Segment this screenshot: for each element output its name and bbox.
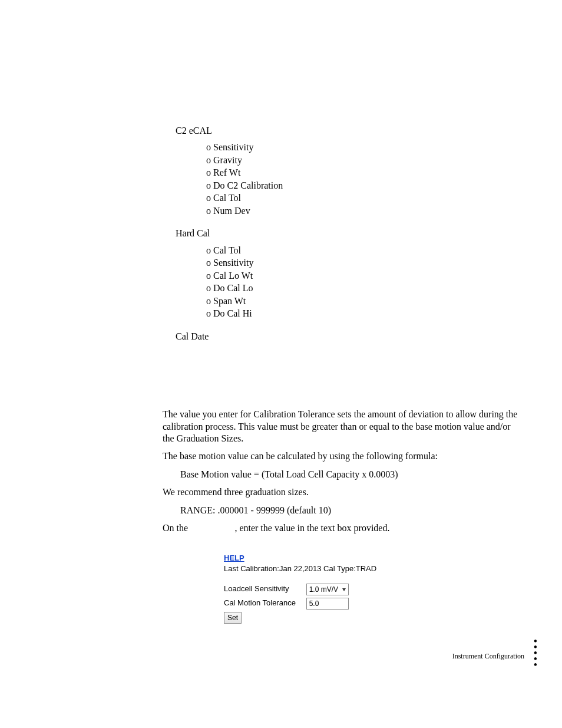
decorative-dots: ••••• xyxy=(534,639,537,668)
loadcell-sensitivity-select[interactable]: 1.0 mV/V xyxy=(306,584,349,595)
figure-cal-form: HELP Last Calibration:Jan 22,2013 Cal Ty… xyxy=(224,554,522,624)
section-hardcal-title: Hard Cal xyxy=(176,228,522,239)
list-c2ecal: Sensitivity Gravity Ref Wt Do C2 Calibra… xyxy=(206,141,522,217)
section-c2ecal-title: C2 eCAL xyxy=(176,125,522,137)
paragraph-base-motion-intro: The base motion value can be calculated … xyxy=(163,450,522,462)
footer-text: Instrument Configuration xyxy=(452,652,524,661)
paragraph-recommend: We recommend three graduation sizes. xyxy=(163,486,522,498)
list-item: Sensitivity xyxy=(206,257,522,269)
list-item: Cal Tol xyxy=(206,245,522,256)
chevron-down-icon xyxy=(342,588,346,591)
list-item: Cal Tol xyxy=(206,192,522,204)
range-text: RANGE: .000001 - 999999 (default 10) xyxy=(180,505,522,516)
list-item: Do Cal Hi xyxy=(206,308,522,319)
paragraph-tolerance-desc: The value you enter for Calibration Tole… xyxy=(163,409,522,444)
list-item: Ref Wt xyxy=(206,167,522,179)
help-link[interactable]: HELP xyxy=(224,554,244,564)
cal-motion-tolerance-input[interactable]: 5.0 xyxy=(306,598,349,610)
set-button[interactable]: Set xyxy=(224,612,242,624)
cal-date-line: Cal Date xyxy=(176,331,522,342)
list-item: Gravity xyxy=(206,154,522,166)
formula-base-motion: Base Motion value = (Total Load Cell Cap… xyxy=(180,469,522,480)
list-item: Num Dev xyxy=(206,205,522,217)
last-calibration-text: Last Calibration:Jan 22,2013 Cal Type:TR… xyxy=(224,564,376,573)
list-item: Sensitivity xyxy=(206,141,522,153)
list-item: Span Wt xyxy=(206,295,522,307)
text-fragment: , enter the value in the text box provid… xyxy=(234,523,389,533)
cal-motion-tolerance-label: Cal Motion Tolerance xyxy=(224,598,304,608)
loadcell-sensitivity-label: Loadcell Sensitivity xyxy=(224,584,304,594)
list-item: Cal Lo Wt xyxy=(206,270,522,282)
text-fragment: On the xyxy=(163,523,190,533)
paragraph-webpage: On the Web page, enter the value in the … xyxy=(163,522,522,534)
list-item: Do Cal Lo xyxy=(206,282,522,294)
list-item: Do C2 Calibration xyxy=(206,180,522,192)
list-hardcal: Cal Tol Sensitivity Cal Lo Wt Do Cal Lo … xyxy=(206,245,522,320)
select-value: 1.0 mV/V xyxy=(309,585,338,594)
